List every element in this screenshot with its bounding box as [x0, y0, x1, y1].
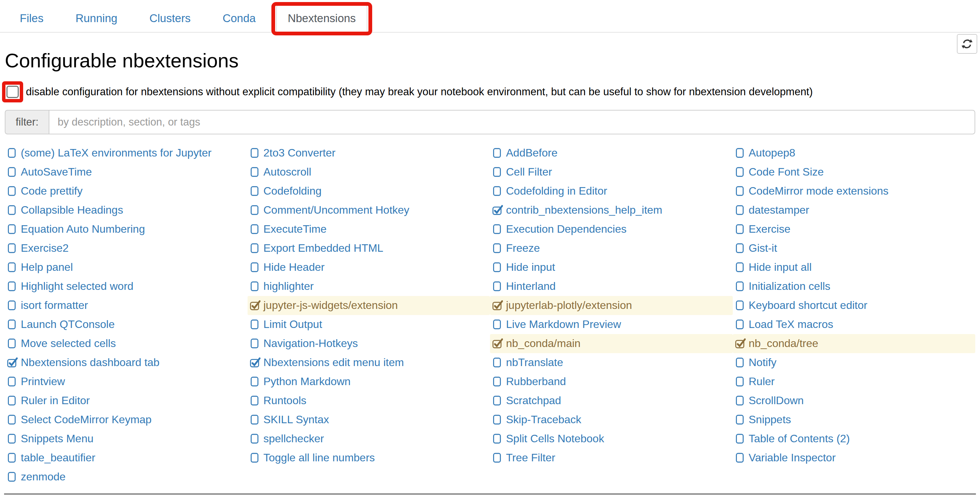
checkbox-unchecked-icon — [6, 433, 18, 445]
extension-item-label: zenmode — [21, 471, 66, 483]
extension-item[interactable]: (some) LaTeX environments for Jupyter — [5, 144, 248, 163]
extension-item[interactable]: AutoSaveTime — [5, 163, 248, 182]
extension-item[interactable]: Launch QTConsole — [5, 315, 248, 334]
checkbox-checked-icon — [249, 357, 261, 368]
extension-item[interactable]: Code Font Size — [733, 163, 975, 182]
checkbox-unchecked-icon — [249, 243, 261, 254]
extension-item[interactable]: nb_conda/main — [490, 334, 733, 353]
extension-item[interactable]: Keyboard shortcut editor — [733, 296, 975, 315]
extension-item[interactable]: 2to3 Converter — [248, 144, 490, 163]
checkbox-unchecked-icon — [492, 281, 503, 292]
extension-item[interactable]: Code prettify — [5, 182, 248, 201]
extension-item[interactable]: AddBefore — [490, 144, 733, 163]
checkbox-unchecked-icon — [492, 452, 503, 464]
extension-item[interactable]: Python Markdown — [248, 372, 490, 391]
extension-item[interactable]: Navigation-Hotkeys — [248, 334, 490, 353]
extension-item[interactable]: nb_conda/tree — [733, 334, 975, 353]
extension-item[interactable]: Autopep8 — [733, 144, 975, 163]
extension-item[interactable]: Toggle all line numbers — [248, 448, 490, 468]
disable-compat-checkbox[interactable] — [6, 86, 19, 98]
extension-item[interactable]: Hide input — [490, 258, 733, 277]
extension-item-label: Code Font Size — [749, 166, 824, 178]
extension-item[interactable]: zenmode — [5, 468, 248, 487]
extension-item[interactable]: Hide input all — [733, 258, 975, 277]
extension-item[interactable]: SKILL Syntax — [248, 410, 490, 429]
tab-link-clusters[interactable]: Clusters — [138, 5, 202, 32]
extension-item[interactable]: highlighter — [248, 277, 490, 296]
extension-item[interactable]: Nbextensions edit menu item — [248, 353, 490, 372]
extension-item[interactable]: Rubberband — [490, 372, 733, 391]
tab-link-files[interactable]: Files — [8, 5, 55, 32]
extension-item[interactable]: Export Embedded HTML — [248, 239, 490, 258]
extension-item[interactable]: Cell Filter — [490, 163, 733, 182]
extension-item[interactable]: Codefolding in Editor — [490, 182, 733, 201]
extension-item[interactable]: Move selected cells — [5, 334, 248, 353]
extension-item[interactable]: Split Cells Notebook — [490, 429, 733, 448]
extension-item[interactable]: Load TeX macros — [733, 315, 975, 334]
extension-item-label: Ruler in Editor — [21, 394, 90, 407]
extension-item[interactable]: table_beautifier — [5, 448, 248, 468]
extension-item[interactable]: Exercise2 — [5, 239, 248, 258]
extension-item[interactable]: Gist-it — [733, 239, 975, 258]
extension-item[interactable]: Highlight selected word — [5, 277, 248, 296]
extension-item[interactable]: ScrollDown — [733, 391, 975, 410]
extension-item[interactable]: contrib_nbextensions_help_item — [490, 201, 733, 220]
extension-item[interactable]: datestamper — [733, 201, 975, 220]
extension-item[interactable]: CodeMirror mode extensions — [733, 182, 975, 201]
extension-item[interactable]: jupyterlab-plotly/extension — [490, 296, 733, 315]
extension-item[interactable]: Codefolding — [248, 182, 490, 201]
extension-item[interactable]: Help panel — [5, 258, 248, 277]
extension-item-label: jupyter-js-widgets/extension — [264, 299, 398, 312]
tab-link-conda[interactable]: Conda — [211, 5, 267, 32]
extension-item[interactable]: Exercise — [733, 220, 975, 239]
extension-item[interactable]: Hide Header — [248, 258, 490, 277]
checkbox-checked-icon — [492, 205, 503, 216]
checkbox-unchecked-icon — [734, 433, 746, 445]
checkbox-unchecked-icon — [492, 433, 503, 445]
checkbox-unchecked-icon — [249, 395, 261, 406]
extension-item[interactable]: Snippets — [733, 410, 975, 429]
extension-item[interactable]: Select CodeMirror Keymap — [5, 410, 248, 429]
extension-item-label: Equation Auto Numbering — [21, 223, 145, 235]
extension-item[interactable]: Scratchpad — [490, 391, 733, 410]
extension-item[interactable]: Freeze — [490, 239, 733, 258]
extension-item[interactable]: jupyter-js-widgets/extension — [248, 296, 490, 315]
extension-item[interactable]: Table of Contents (2) — [733, 429, 975, 448]
extension-item[interactable]: Skip-Traceback — [490, 410, 733, 429]
checkbox-unchecked-icon — [492, 376, 503, 387]
extension-item[interactable]: Equation Auto Numbering — [5, 220, 248, 239]
checkbox-unchecked-icon — [6, 414, 18, 425]
extension-item[interactable]: Tree Filter — [490, 448, 733, 468]
extension-item[interactable]: Printview — [5, 372, 248, 391]
extension-item[interactable]: Snippets Menu — [5, 429, 248, 448]
tab-clusters: Clusters — [138, 5, 202, 32]
extension-item-label: Snippets — [749, 413, 791, 426]
tab-link-running[interactable]: Running — [64, 5, 129, 32]
disable-compat-label: disable configuration for nbextensions w… — [26, 86, 813, 98]
checkbox-unchecked-icon — [6, 262, 18, 273]
extension-item[interactable]: Ruler — [733, 372, 975, 391]
extension-item[interactable]: Live Markdown Preview — [490, 315, 733, 334]
extension-item[interactable]: Variable Inspector — [733, 448, 975, 468]
extension-item[interactable]: Comment/Uncomment Hotkey — [248, 201, 490, 220]
extension-item[interactable]: Hinterland — [490, 277, 733, 296]
filter-input[interactable] — [49, 110, 975, 134]
checkbox-unchecked-icon — [734, 281, 746, 292]
extension-item[interactable]: Execution Dependencies — [490, 220, 733, 239]
extension-item-label: Python Markdown — [264, 375, 351, 388]
extension-item[interactable]: Runtools — [248, 391, 490, 410]
extension-item[interactable]: ExecuteTime — [248, 220, 490, 239]
extension-item[interactable]: isort formatter — [5, 296, 248, 315]
extension-item[interactable]: Initialization cells — [733, 277, 975, 296]
extension-item[interactable]: Ruler in Editor — [5, 391, 248, 410]
extension-item[interactable]: nbTranslate — [490, 353, 733, 372]
refresh-button[interactable] — [957, 34, 977, 54]
extension-item[interactable]: Autoscroll — [248, 163, 490, 182]
extension-item[interactable]: Limit Output — [248, 315, 490, 334]
extension-item[interactable]: Notify — [733, 353, 975, 372]
extension-item-label: Exercise2 — [21, 242, 69, 254]
extension-item[interactable]: spellchecker — [248, 429, 490, 448]
extension-item[interactable]: Collapsible Headings — [5, 201, 248, 220]
tab-link-nbextensions[interactable]: Nbextensions — [276, 5, 368, 32]
extension-item[interactable]: Nbextensions dashboard tab — [5, 353, 248, 372]
